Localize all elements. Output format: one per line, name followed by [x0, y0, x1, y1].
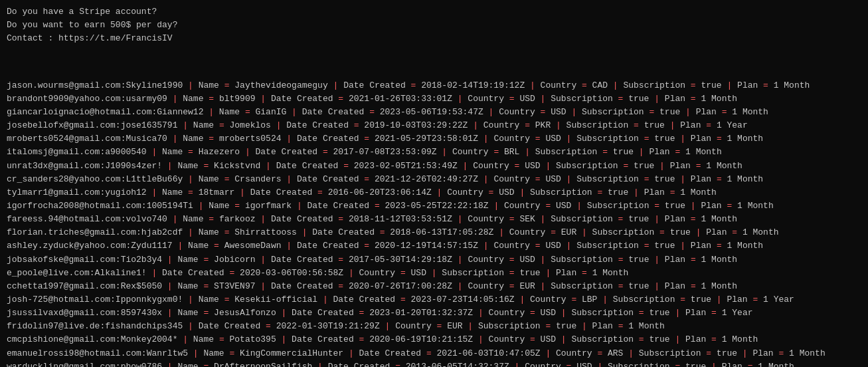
- list-item: mroberts0524@gmail.com:Musica70 | Name =…: [7, 132, 861, 146]
- header-line1: Do you have a Stripe account?: [7, 7, 157, 17]
- list-item: cr_sanders28@yahoo.com:L1ttleBu66y | Nam…: [7, 173, 861, 186]
- list-item: italomsj@gmail.com:a9000540 | Name = Haz…: [7, 146, 861, 159]
- list-item: emanuelrossi98@hotmail.com:Wanrltw5 | Na…: [7, 347, 861, 360]
- list-item: unrat3dx@gmail.com:J1090s4zer! | Name = …: [7, 160, 861, 173]
- list-item: e_poole@live.com:Alkaline1! | Date Creat…: [7, 267, 861, 280]
- list-item: cmcpishione@gmail.com:Monkey2004* | Name…: [7, 333, 861, 346]
- list-item: jason.wourms@gmail.com:Skyline1990 | Nam…: [7, 79, 861, 92]
- list-item: josebellofx@gmail.com:jose1635791 | Name…: [7, 119, 861, 132]
- header-block: Do you have a Stripe account? Do you wan…: [7, 5, 861, 45]
- data-lines-container: jason.wourms@gmail.com:Skyline1990 | Nam…: [7, 66, 861, 367]
- list-item: fareess.94@hotmail.com:volvo740 | Name =…: [7, 213, 861, 226]
- list-item: tylmarr1@gmail.com:yugioh12 | Name = 18t…: [7, 186, 861, 199]
- list-item: florian.triches@gmail.com:hjab2cdf | Nam…: [7, 226, 861, 239]
- list-item: warduckling@gmail.com:phow0786 | Name = …: [7, 360, 861, 367]
- list-item: josh-725@hotmail.com:Ipponnkygxm0! | Nam…: [7, 293, 861, 306]
- list-item: jobsakofske@gmail.com:Tio2b3y4 | Name = …: [7, 253, 861, 267]
- list-item: jsussilvaxd@gmail.com:8597430x | Name = …: [7, 306, 861, 320]
- list-item: fridolin97@live.de:fishandchips345 | Dat…: [7, 320, 861, 333]
- list-item: igorfrocha2008@hotmail.com:1005194Ti | N…: [7, 199, 861, 213]
- list-item: brandont9909@yahoo.com:usarmy09 | Name =…: [7, 92, 861, 106]
- header-line2: Do you want to earn 500$ per day?: [7, 20, 177, 30]
- list-item: ashley.zyduck@yahoo.com:Zydu1117 | Name …: [7, 239, 861, 253]
- header-line3: Contact : https://t.me/FrancisIV: [7, 33, 173, 43]
- list-item: cchetta1997@gmail.com:Rex$5050 | Name = …: [7, 280, 861, 293]
- list-item: giancarloignacio@hotmail.com:Giannew12 |…: [7, 106, 861, 119]
